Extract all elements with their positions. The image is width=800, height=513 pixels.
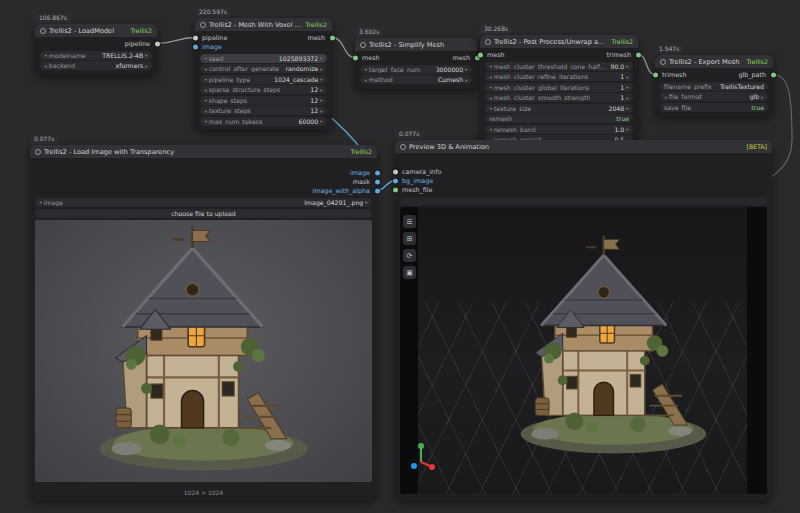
widget-label: control_after_generate	[209, 65, 279, 72]
collapse-icon[interactable]	[400, 144, 406, 150]
node-preview-3d[interactable]: 0.077s Preview 3D & Animation [BETA] cam…	[395, 140, 772, 500]
widget-method[interactable]: method Cumesh	[360, 75, 472, 84]
widget-mesh-cluster-threshold[interactable]: mesh_cluster_threshold_cone_half_angle_r…	[485, 62, 633, 71]
node-voxel-generator[interactable]: 220.597s Trellis2 - Mesh With Voxel Gene…	[195, 18, 332, 130]
slot-row: bg_image	[395, 176, 772, 185]
widget-remesh[interactable]: remesh true	[485, 114, 633, 123]
slot-row: image	[30, 168, 377, 177]
widget-save-file[interactable]: save_file true	[660, 103, 768, 112]
widget-value: 2048	[604, 105, 624, 112]
node-titlebar[interactable]: Trellis2 - Export Mesh Trellis2	[655, 55, 773, 68]
output-slot-mask[interactable]	[375, 179, 380, 184]
node-titlebar[interactable]: Preview 3D & Animation [BETA]	[395, 140, 772, 153]
slot-row: trimesh glb_path	[655, 70, 773, 79]
orbit-icon[interactable]: ⟳	[403, 249, 416, 262]
grid-icon[interactable]: ⊞	[403, 232, 416, 245]
widget-remesh-band[interactable]: remesh_band 1.0	[485, 125, 633, 134]
menu-icon[interactable]: ☰	[403, 215, 416, 228]
node-load-model[interactable]: 106.867s Trellis2 - LoadModel Trellis2 p…	[35, 24, 157, 75]
widget-max-num-tokens[interactable]: max_num_tokens 60000	[200, 117, 327, 126]
input-slot-mesh[interactable]	[478, 52, 483, 57]
node-titlebar[interactable]: Trellis2 - Mesh With Voxel Generator Tre…	[195, 18, 332, 31]
widget-label: max_num_tokens	[209, 118, 263, 125]
widget-shape-steps[interactable]: shape_steps 12	[200, 96, 327, 105]
slot-row: camera_info	[395, 167, 772, 176]
collapse-icon[interactable]	[35, 149, 41, 155]
upload-button[interactable]: choose file to upload	[35, 209, 372, 218]
preview-timeline-strip[interactable]	[400, 197, 767, 205]
slot-label-image: image	[202, 43, 222, 51]
snapshot-icon[interactable]: ▣	[403, 266, 416, 279]
widget-label: target_face_num	[369, 66, 421, 73]
widget-file-format[interactable]: file_format glb	[660, 92, 768, 101]
widget-seed[interactable]: seed 1025893372	[200, 54, 327, 63]
widget-value: randomize	[281, 65, 318, 72]
widget-backend[interactable]: backend xformers	[40, 61, 152, 70]
slot-label-mesh-file: mesh_file	[402, 186, 432, 194]
widget-label: remesh	[489, 115, 512, 122]
widget-modelname[interactable]: modelname TRELLIS.2-4B	[40, 51, 152, 60]
beta-badge: [BETA]	[746, 143, 767, 150]
widget-pipeline-type[interactable]: pipeline_type 1024_cascade	[200, 75, 327, 84]
widget-value: xformers	[112, 62, 144, 69]
node-titlebar[interactable]: Trellis2 - LoadModel Trellis2	[35, 24, 157, 37]
preview-3d-model[interactable]	[506, 227, 721, 465]
viewport-toolbar: ☰ ⊞ ⟳ ▣	[403, 215, 416, 279]
widget-mesh-cluster-refine-iterations[interactable]: mesh_cluster_refine_iterations 1	[485, 72, 633, 81]
widget-texture-steps[interactable]: texture_steps 12	[200, 106, 327, 115]
node-titlebar[interactable]: Trellis2 - Post Process/Unwrap and Raste…	[480, 35, 638, 48]
output-slot-trimesh[interactable]	[636, 52, 641, 57]
slot-row: image_with_alpha	[30, 186, 377, 195]
slot-label-mask: mask	[353, 178, 370, 186]
node-load-image[interactable]: 0.077s Trellis2 - Load Image with Transp…	[30, 145, 377, 500]
viewport-scene[interactable]	[418, 207, 747, 494]
node-simplify-mesh[interactable]: 3.602s Trellis2 - Simplify Mesh mesh mes…	[355, 38, 477, 89]
widget-label: mesh_cluster_smooth_strength	[494, 94, 591, 101]
image-preview-panel[interactable]	[35, 220, 372, 482]
execution-time-badge: 106.867s	[35, 13, 71, 23]
axis-gizmo[interactable]	[406, 440, 440, 474]
node-title: Trellis2 - Mesh With Voxel Generator	[209, 21, 303, 29]
output-slot-mesh[interactable]	[330, 35, 335, 40]
widget-value: 12	[306, 97, 318, 104]
widget-sparse-structure-steps[interactable]: sparse_structure_steps 12	[200, 85, 327, 94]
input-slot-pipeline[interactable]	[193, 35, 198, 40]
node-titlebar[interactable]: Trellis2 - Simplify Mesh	[355, 38, 477, 51]
input-slot-mesh-file[interactable]	[393, 187, 398, 192]
input-slot-image[interactable]	[193, 44, 198, 49]
widget-label: remesh_band	[494, 126, 536, 133]
node-graph-canvas[interactable]: 106.867s Trellis2 - LoadModel Trellis2 p…	[0, 0, 800, 513]
widget-value: 1	[616, 84, 624, 91]
input-slot-bg-image[interactable]	[393, 178, 398, 183]
viewport-3d[interactable]: ☰ ⊞ ⟳ ▣	[400, 207, 767, 494]
widget-image-file[interactable]: image Image_04291_.png	[35, 198, 372, 207]
output-slot-pipeline[interactable]	[155, 41, 160, 46]
collapse-icon[interactable]	[40, 28, 46, 34]
widget-label: backend	[49, 62, 75, 69]
slot-label-trimesh: trimesh	[662, 71, 686, 79]
node-title: Trellis2 - Load Image with Transparency	[44, 148, 348, 156]
node-export-mesh[interactable]: 1.547s Trellis2 - Export Mesh Trellis2 t…	[655, 55, 773, 116]
widget-target-face-num[interactable]: target_face_num 3000000	[360, 65, 472, 74]
widget-texture-size[interactable]: texture_size 2048	[485, 104, 633, 113]
output-slot-glb-path[interactable]	[771, 72, 776, 77]
widget-mesh-cluster-global-iterations[interactable]: mesh_cluster_global_iterations 1	[485, 83, 633, 92]
input-slot-trimesh[interactable]	[653, 72, 658, 77]
node-titlebar[interactable]: Trellis2 - Load Image with Transparency …	[30, 145, 377, 158]
input-slot-mesh[interactable]	[353, 55, 358, 60]
collapse-icon[interactable]	[200, 22, 206, 28]
widget-mesh-cluster-smooth-strength[interactable]: mesh_cluster_smooth_strength 1	[485, 93, 633, 102]
output-slot-image-with-alpha[interactable]	[375, 188, 380, 193]
collapse-icon[interactable]	[660, 59, 666, 65]
widget-value: Image_04291_.png	[300, 199, 363, 206]
output-slot-image[interactable]	[375, 170, 380, 175]
input-slot-camera-info[interactable]	[393, 169, 398, 174]
slot-label-mesh-out: mesh	[452, 54, 470, 62]
collapse-icon[interactable]	[360, 42, 366, 48]
widget-control-after-generate[interactable]: control_after_generate randomize	[200, 64, 327, 73]
collapse-icon[interactable]	[485, 39, 491, 45]
widget-label: sparse_structure_steps	[209, 86, 280, 93]
widget-filename-prefix[interactable]: filename_prefix TrellisTextured	[660, 82, 768, 91]
widget-value: 12	[306, 86, 318, 93]
node-title: Trellis2 - Export Mesh	[669, 58, 744, 66]
